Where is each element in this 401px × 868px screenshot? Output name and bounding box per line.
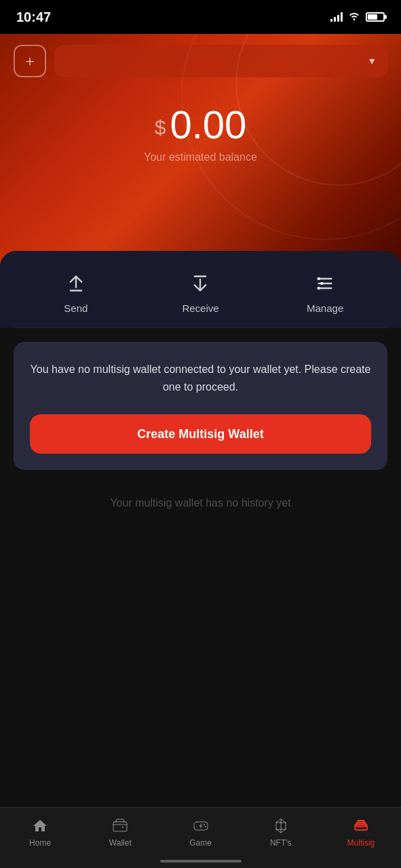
balance-section: $ 0.00 Your estimated balance <box>0 88 401 170</box>
home-icon <box>31 817 49 835</box>
header-top: ＋ ▼ <box>0 34 401 88</box>
nav-item-multisig[interactable]: Multisig <box>321 816 401 848</box>
manage-label: Manage <box>307 302 343 314</box>
info-message: You have no multisig wallet connected to… <box>30 361 371 395</box>
currency-symbol: $ <box>155 116 166 139</box>
nav-item-game[interactable]: Game <box>160 816 240 848</box>
balance-amount: $ 0.00 <box>0 102 401 147</box>
manage-button[interactable]: Manage <box>298 270 352 314</box>
action-bar: Send Receive <box>0 251 401 328</box>
nav-item-wallet[interactable]: Wallet <box>80 816 160 848</box>
main-content: Send Receive <box>0 251 401 807</box>
svg-point-6 <box>320 282 324 285</box>
balance-value: 0.00 <box>170 102 246 147</box>
status-time: 10:47 <box>16 9 51 25</box>
plus-icon: ＋ <box>22 54 37 68</box>
header-area: ＋ ▼ $ 0.00 Your estimated balance <box>0 34 401 264</box>
bottom-nav: Home Wallet Game <box>0 807 401 868</box>
signal-icon <box>330 12 343 22</box>
receive-icon <box>187 270 214 297</box>
svg-point-3 <box>317 277 320 281</box>
wallet-selector[interactable]: ▼ <box>54 45 387 77</box>
nav-label-nfts: NFT's <box>270 838 292 848</box>
history-empty-text: Your multisig wallet has no history yet <box>0 497 401 509</box>
status-bar: 10:47 <box>0 0 401 34</box>
create-multisig-button[interactable]: Create Multisig Wallet <box>30 414 371 454</box>
send-button[interactable]: Send <box>49 270 103 314</box>
chevron-down-icon: ▼ <box>367 56 377 66</box>
battery-icon <box>366 12 385 22</box>
add-wallet-button[interactable]: ＋ <box>14 45 46 77</box>
nav-item-nfts[interactable]: NFT's <box>241 816 321 848</box>
nfts-icon <box>272 817 290 835</box>
wifi-icon <box>348 11 360 23</box>
nav-label-game: Game <box>189 838 212 848</box>
manage-icon <box>311 270 339 297</box>
svg-rect-7 <box>113 822 127 831</box>
balance-label: Your estimated balance <box>0 151 401 163</box>
status-icons <box>330 11 385 23</box>
receive-button[interactable]: Receive <box>173 270 227 314</box>
nav-label-home: Home <box>29 838 51 848</box>
wallet-icon <box>111 817 129 835</box>
nav-label-wallet: Wallet <box>109 838 132 848</box>
divider <box>14 328 387 328</box>
multisig-icon <box>352 817 370 835</box>
send-label: Send <box>64 302 88 314</box>
nav-item-home[interactable]: Home <box>0 816 80 848</box>
svg-point-11 <box>204 824 205 825</box>
nav-label-multisig: Multisig <box>347 838 375 848</box>
home-indicator <box>160 860 242 863</box>
svg-rect-19 <box>358 821 364 825</box>
send-icon <box>62 270 90 297</box>
info-card: You have no multisig wallet connected to… <box>14 342 387 470</box>
svg-point-4 <box>317 287 320 290</box>
game-icon <box>192 817 210 835</box>
svg-point-12 <box>205 826 206 827</box>
receive-label: Receive <box>182 302 218 314</box>
